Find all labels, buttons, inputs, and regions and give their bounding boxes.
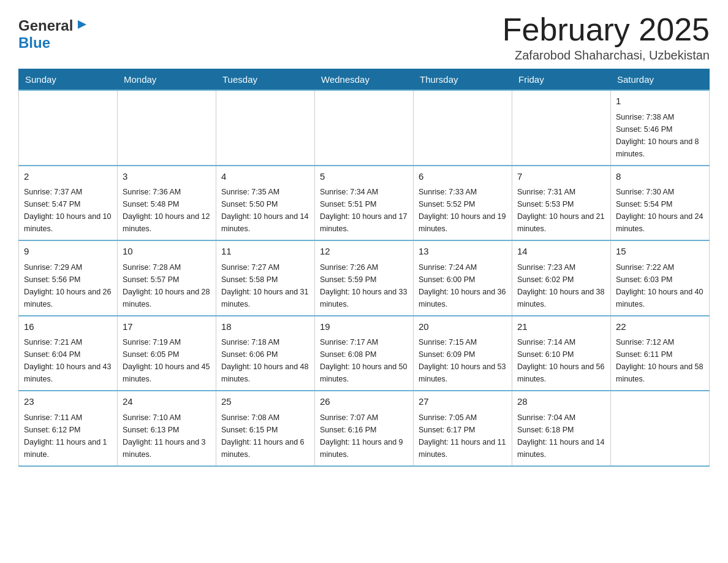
- day-info: Sunrise: 7:07 AMSunset: 6:16 PMDaylight:…: [320, 412, 408, 461]
- day-info: Sunrise: 7:34 AMSunset: 5:51 PMDaylight:…: [320, 186, 408, 235]
- day-number: 6: [419, 170, 507, 184]
- day-info: Sunrise: 7:05 AMSunset: 6:17 PMDaylight:…: [419, 412, 507, 461]
- day-info: Sunrise: 7:33 AMSunset: 5:52 PMDaylight:…: [419, 186, 507, 235]
- day-info: Sunrise: 7:30 AMSunset: 5:54 PMDaylight:…: [616, 186, 704, 235]
- table-row: 3Sunrise: 7:36 AMSunset: 5:48 PMDaylight…: [118, 166, 216, 241]
- day-info: Sunrise: 7:31 AMSunset: 5:53 PMDaylight:…: [517, 186, 605, 235]
- table-row: 24Sunrise: 7:10 AMSunset: 6:13 PMDayligh…: [118, 391, 216, 466]
- header-monday: Monday: [118, 69, 216, 91]
- location-title: Zafarobod Shaharchasi, Uzbekistan: [502, 48, 710, 63]
- table-row: 17Sunrise: 7:19 AMSunset: 6:05 PMDayligh…: [118, 316, 216, 391]
- table-row: 15Sunrise: 7:22 AMSunset: 6:03 PMDayligh…: [611, 240, 710, 316]
- day-number: 7: [517, 170, 605, 184]
- svg-marker-0: [78, 20, 86, 29]
- day-number: 2: [24, 170, 112, 184]
- day-number: 25: [221, 395, 309, 409]
- day-number: 19: [320, 320, 408, 334]
- table-row: [512, 90, 611, 166]
- day-info: Sunrise: 7:24 AMSunset: 6:00 PMDaylight:…: [419, 261, 507, 310]
- day-number: 4: [221, 170, 309, 184]
- weekday-header-row: Sunday Monday Tuesday Wednesday Thursday…: [19, 69, 710, 91]
- month-title: February 2025: [502, 12, 710, 47]
- day-number: 17: [123, 320, 211, 334]
- day-info: Sunrise: 7:29 AMSunset: 5:56 PMDaylight:…: [24, 261, 112, 310]
- day-number: 8: [616, 170, 704, 184]
- day-number: 15: [616, 245, 704, 259]
- table-row: 7Sunrise: 7:31 AMSunset: 5:53 PMDaylight…: [512, 166, 611, 241]
- table-row: 6Sunrise: 7:33 AMSunset: 5:52 PMDaylight…: [414, 166, 512, 241]
- day-number: 26: [320, 395, 408, 409]
- calendar-week-row: 2Sunrise: 7:37 AMSunset: 5:47 PMDaylight…: [19, 166, 710, 241]
- day-number: 14: [517, 245, 605, 259]
- table-row: 4Sunrise: 7:35 AMSunset: 5:50 PMDaylight…: [216, 166, 315, 241]
- day-number: 23: [24, 395, 112, 409]
- table-row: 13Sunrise: 7:24 AMSunset: 6:00 PMDayligh…: [414, 240, 512, 316]
- day-info: Sunrise: 7:17 AMSunset: 6:08 PMDaylight:…: [320, 336, 408, 385]
- table-row: 5Sunrise: 7:34 AMSunset: 5:51 PMDaylight…: [315, 166, 414, 241]
- day-info: Sunrise: 7:28 AMSunset: 5:57 PMDaylight:…: [123, 261, 211, 310]
- day-info: Sunrise: 7:15 AMSunset: 6:09 PMDaylight:…: [419, 336, 507, 385]
- table-row: 14Sunrise: 7:23 AMSunset: 6:02 PMDayligh…: [512, 240, 611, 316]
- day-info: Sunrise: 7:12 AMSunset: 6:11 PMDaylight:…: [616, 336, 704, 385]
- day-info: Sunrise: 7:08 AMSunset: 6:15 PMDaylight:…: [221, 412, 309, 461]
- day-info: Sunrise: 7:38 AMSunset: 5:46 PMDaylight:…: [616, 111, 704, 160]
- header-wednesday: Wednesday: [315, 69, 414, 91]
- day-number: 1: [616, 94, 704, 109]
- day-number: 10: [123, 245, 211, 259]
- day-info: Sunrise: 7:19 AMSunset: 6:05 PMDaylight:…: [123, 336, 211, 385]
- calendar-table: Sunday Monday Tuesday Wednesday Thursday…: [18, 69, 710, 467]
- day-info: Sunrise: 7:23 AMSunset: 6:02 PMDaylight:…: [517, 261, 605, 310]
- day-number: 24: [123, 395, 211, 409]
- day-number: 16: [24, 320, 112, 334]
- header-saturday: Saturday: [611, 69, 710, 91]
- day-info: Sunrise: 7:04 AMSunset: 6:18 PMDaylight:…: [517, 412, 605, 461]
- logo: General Blue: [18, 17, 88, 52]
- day-info: Sunrise: 7:27 AMSunset: 5:58 PMDaylight:…: [221, 261, 309, 310]
- table-row: 21Sunrise: 7:14 AMSunset: 6:10 PMDayligh…: [512, 316, 611, 391]
- table-row: 25Sunrise: 7:08 AMSunset: 6:15 PMDayligh…: [216, 391, 315, 466]
- header-sunday: Sunday: [19, 69, 118, 91]
- table-row: 28Sunrise: 7:04 AMSunset: 6:18 PMDayligh…: [512, 391, 611, 466]
- header-tuesday: Tuesday: [216, 69, 315, 91]
- day-number: 11: [221, 245, 309, 259]
- table-row: 27Sunrise: 7:05 AMSunset: 6:17 PMDayligh…: [414, 391, 512, 466]
- day-info: Sunrise: 7:37 AMSunset: 5:47 PMDaylight:…: [24, 186, 112, 235]
- table-row: 11Sunrise: 7:27 AMSunset: 5:58 PMDayligh…: [216, 240, 315, 316]
- header-thursday: Thursday: [414, 69, 512, 91]
- day-number: 12: [320, 245, 408, 259]
- table-row: 18Sunrise: 7:18 AMSunset: 6:06 PMDayligh…: [216, 316, 315, 391]
- table-row: 1Sunrise: 7:38 AMSunset: 5:46 PMDaylight…: [611, 90, 710, 166]
- table-row: 8Sunrise: 7:30 AMSunset: 5:54 PMDaylight…: [611, 166, 710, 241]
- table-row: 23Sunrise: 7:11 AMSunset: 6:12 PMDayligh…: [19, 391, 118, 466]
- table-row: [315, 90, 414, 166]
- calendar-week-row: 1Sunrise: 7:38 AMSunset: 5:46 PMDaylight…: [19, 90, 710, 166]
- day-info: Sunrise: 7:11 AMSunset: 6:12 PMDaylight:…: [24, 412, 112, 461]
- table-row: [118, 90, 216, 166]
- day-info: Sunrise: 7:18 AMSunset: 6:06 PMDaylight:…: [221, 336, 309, 385]
- day-number: 13: [419, 245, 507, 259]
- day-number: 9: [24, 245, 112, 259]
- day-info: Sunrise: 7:14 AMSunset: 6:10 PMDaylight:…: [517, 336, 605, 385]
- day-number: 21: [517, 320, 605, 334]
- page-header: General Blue February 2025 Zafarobod Sha…: [18, 12, 710, 63]
- calendar-week-row: 16Sunrise: 7:21 AMSunset: 6:04 PMDayligh…: [19, 316, 710, 391]
- day-number: 5: [320, 170, 408, 184]
- day-number: 20: [419, 320, 507, 334]
- table-row: 22Sunrise: 7:12 AMSunset: 6:11 PMDayligh…: [611, 316, 710, 391]
- day-info: Sunrise: 7:35 AMSunset: 5:50 PMDaylight:…: [221, 186, 309, 235]
- table-row: [216, 90, 315, 166]
- day-number: 28: [517, 395, 605, 409]
- day-info: Sunrise: 7:26 AMSunset: 5:59 PMDaylight:…: [320, 261, 408, 310]
- day-number: 18: [221, 320, 309, 334]
- table-row: [19, 90, 118, 166]
- calendar-week-row: 23Sunrise: 7:11 AMSunset: 6:12 PMDayligh…: [19, 391, 710, 466]
- table-row: 12Sunrise: 7:26 AMSunset: 5:59 PMDayligh…: [315, 240, 414, 316]
- table-row: [611, 391, 710, 466]
- day-info: Sunrise: 7:36 AMSunset: 5:48 PMDaylight:…: [123, 186, 211, 235]
- table-row: 10Sunrise: 7:28 AMSunset: 5:57 PMDayligh…: [118, 240, 216, 316]
- table-row: 2Sunrise: 7:37 AMSunset: 5:47 PMDaylight…: [19, 166, 118, 241]
- title-block: February 2025 Zafarobod Shaharchasi, Uzb…: [502, 12, 710, 63]
- day-number: 3: [123, 170, 211, 184]
- logo-blue-text: Blue: [18, 34, 50, 51]
- table-row: [414, 90, 512, 166]
